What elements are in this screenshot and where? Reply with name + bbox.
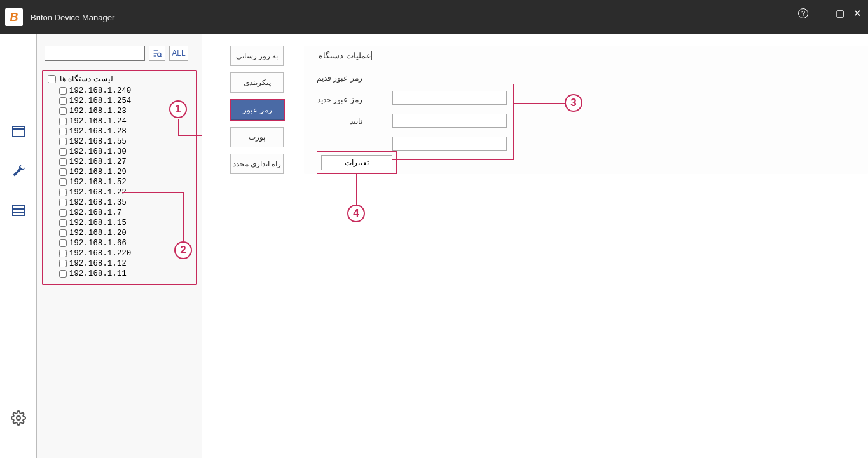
callout-3: 3 <box>565 94 582 112</box>
left-rail <box>0 34 37 458</box>
device-tree-header-label: لیست دستگاه ها <box>60 74 113 83</box>
device-checkbox[interactable] <box>59 229 67 237</box>
minimize-icon[interactable]: — <box>817 8 827 19</box>
device-tree-item[interactable]: 192.168.1.240 <box>45 86 194 96</box>
device-tree-item[interactable]: 192.168.1.11 <box>45 269 194 279</box>
device-checkbox[interactable] <box>59 250 67 257</box>
device-checkbox[interactable] <box>59 158 67 166</box>
search-input[interactable] <box>45 46 145 61</box>
device-ip: 192.168.1.52 <box>69 178 127 187</box>
callout-3-line <box>514 103 565 104</box>
titlebar: B Briton Device Manager ? — ▢ ✕ <box>0 0 868 34</box>
list-icon[interactable] <box>10 202 27 219</box>
svg-rect-2 <box>13 205 24 215</box>
device-tree-item[interactable]: 192.168.1.220 <box>45 248 194 259</box>
device-tree-item[interactable]: 192.168.1.30 <box>45 147 194 157</box>
menu-update[interactable]: به روز رسانی <box>230 46 284 66</box>
label-new-password: رمز عبور جدید <box>317 95 362 104</box>
close-icon[interactable]: ✕ <box>853 8 862 19</box>
changes-box: تغییرات <box>317 151 397 174</box>
device-ip: 192.168.1.28 <box>69 127 127 136</box>
device-checkbox[interactable] <box>59 199 67 206</box>
select-all-checkbox[interactable] <box>48 75 56 83</box>
callout-2-line-h <box>122 192 183 193</box>
svg-rect-0 <box>13 126 24 137</box>
app-title: Briton Device Manager <box>31 13 114 22</box>
callout-1: 1 <box>169 100 187 118</box>
device-ip: 192.168.1.35 <box>69 198 127 207</box>
old-password-input[interactable] <box>392 91 507 105</box>
device-tree-item[interactable]: 192.168.1.12 <box>45 259 194 269</box>
app-logo: B <box>5 8 23 26</box>
device-tree-item[interactable]: 192.168.1.35 <box>45 198 194 208</box>
device-tree-item[interactable]: 192.168.1.20 <box>45 228 194 238</box>
menu-config[interactable]: پیکربندی <box>230 72 284 93</box>
form-labels: رمز عبور قدیم رمز عبور جدید تایید <box>317 74 362 126</box>
device-checkbox[interactable] <box>59 138 67 145</box>
help-icon[interactable]: ? <box>798 8 808 18</box>
device-ip: 192.168.1.55 <box>69 137 127 146</box>
device-checkbox[interactable] <box>59 189 67 196</box>
device-tree-header[interactable]: لیست دستگاه ها <box>45 74 194 83</box>
changes-button[interactable]: تغییرات <box>321 155 392 170</box>
callout-2: 2 <box>174 241 192 259</box>
device-checkbox[interactable] <box>59 128 67 135</box>
device-tree-item[interactable]: 192.168.1.55 <box>45 137 194 147</box>
callout-2-line-v <box>183 192 184 241</box>
maximize-icon[interactable]: ▢ <box>836 8 844 19</box>
menu-password[interactable]: رمز عبور <box>231 100 284 120</box>
gear-icon[interactable] <box>10 410 27 426</box>
search-row: ALL <box>45 46 197 61</box>
password-form <box>387 84 514 160</box>
window-controls: ? — ▢ ✕ <box>798 8 862 19</box>
device-checkbox[interactable] <box>59 260 67 267</box>
device-ip: 192.168.1.11 <box>69 269 127 278</box>
device-tree-item[interactable]: 192.168.1.24 <box>45 116 194 126</box>
device-checkbox[interactable] <box>59 209 67 217</box>
device-ip: 192.168.1.22 <box>69 188 127 197</box>
device-tree-item[interactable]: 192.168.1.27 <box>45 157 194 167</box>
device-ip: 192.168.1.29 <box>69 168 127 177</box>
device-checkbox[interactable] <box>59 270 67 278</box>
device-checkbox[interactable] <box>59 87 67 95</box>
confirm-password-input[interactable] <box>392 137 507 151</box>
device-checkbox[interactable] <box>59 107 67 115</box>
device-checkbox[interactable] <box>59 168 67 176</box>
device-tree-item[interactable]: 192.168.1.15 <box>45 218 194 228</box>
device-ip: 192.168.1.240 <box>69 86 132 95</box>
callout-4: 4 <box>347 205 365 222</box>
all-button[interactable]: ALL <box>169 46 188 61</box>
device-tree-item[interactable]: 192.168.1.52 <box>45 177 194 187</box>
device-ip: 192.168.1.66 <box>69 239 127 248</box>
device-tree-item[interactable]: 192.168.1.7 <box>45 208 194 218</box>
menu-restart[interactable]: راه اندازی مجدد <box>230 154 284 174</box>
device-ip: 192.168.1.7 <box>69 208 122 217</box>
label-confirm: تایید <box>317 117 362 126</box>
device-checkbox[interactable] <box>59 118 67 125</box>
new-password-input[interactable] <box>392 114 507 128</box>
device-tree-item[interactable]: 192.168.1.28 <box>45 126 194 137</box>
device-ip: 192.168.1.254 <box>69 97 132 105</box>
device-checkbox[interactable] <box>59 148 67 156</box>
callout-1-line-v <box>178 119 179 135</box>
device-checkbox[interactable] <box>59 239 67 247</box>
menu-port[interactable]: پورت <box>230 127 284 147</box>
device-tree-item[interactable]: 192.168.1.29 <box>45 167 194 177</box>
device-checkbox[interactable] <box>59 219 67 227</box>
ops-menu: به روز رسانی پیکربندی رمز عبور پورت راه … <box>230 46 285 174</box>
wrench-icon[interactable] <box>10 163 27 179</box>
svg-point-9 <box>158 53 161 56</box>
svg-line-10 <box>160 56 161 57</box>
operations-area: به روز رسانی پیکربندی رمز عبور پورت راه … <box>202 34 868 458</box>
main: ALL لیست دستگاه ها 192.168.1.240192.168.… <box>0 34 868 458</box>
content-title: عملیات دستگاه <box>313 51 372 60</box>
device-checkbox[interactable] <box>59 178 67 186</box>
device-tree-item[interactable]: 192.168.1.66 <box>45 238 194 248</box>
device-ip: 192.168.1.220 <box>69 249 132 258</box>
window-icon[interactable] <box>10 123 27 140</box>
device-ip: 192.168.1.24 <box>69 117 127 126</box>
device-checkbox[interactable] <box>59 97 67 105</box>
device-ip: 192.168.1.15 <box>69 219 127 227</box>
device-ip: 192.168.1.12 <box>69 259 127 268</box>
filter-search-icon[interactable] <box>149 46 165 61</box>
